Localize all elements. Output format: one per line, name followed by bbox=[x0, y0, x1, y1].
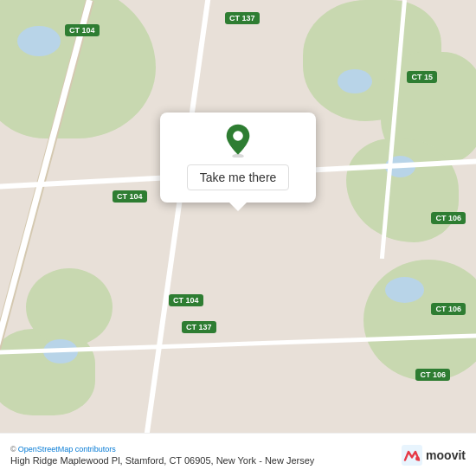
route-badge-ct106-lower: CT 106 bbox=[431, 303, 466, 315]
address-section: © OpenStreetMap contributors High Ridge … bbox=[10, 445, 314, 466]
water-area bbox=[338, 69, 372, 93]
route-badge-ct104-top-left: CT 104 bbox=[65, 24, 100, 36]
svg-point-1 bbox=[233, 131, 243, 141]
route-badge-ct106-bottom: CT 106 bbox=[415, 369, 450, 381]
bottom-bar: © OpenStreetMap contributors High Ridge … bbox=[0, 433, 476, 476]
moovit-icon bbox=[402, 445, 422, 466]
address-text: High Ridge Maplewood Pl, Stamford, CT 06… bbox=[10, 455, 314, 466]
forest-area bbox=[26, 268, 113, 346]
svg-point-3 bbox=[415, 456, 420, 460]
svg-rect-2 bbox=[402, 445, 422, 466]
copyright-row: © OpenStreetMap contributors bbox=[10, 445, 314, 453]
water-area bbox=[17, 26, 61, 56]
water-area bbox=[385, 277, 424, 303]
location-popup: Take me there bbox=[160, 113, 316, 203]
route-badge-ct104-lower: CT 104 bbox=[169, 294, 203, 306]
route-badge-ct137-bottom: CT 137 bbox=[182, 321, 216, 333]
forest-area bbox=[0, 0, 156, 138]
map-container: CT 104 CT 137 CT 15 CT 104 CT 106 CT 104… bbox=[0, 0, 476, 433]
route-badge-ct137-top: CT 137 bbox=[225, 12, 260, 24]
route-badge-ct104-mid: CT 104 bbox=[113, 190, 147, 203]
osm-attribution: OpenStreetMap contributors bbox=[18, 445, 116, 453]
route-badge-ct15: CT 15 bbox=[407, 71, 437, 83]
location-pin-icon bbox=[221, 123, 255, 158]
moovit-logo: moovit bbox=[402, 445, 466, 466]
route-badge-ct106-mid: CT 106 bbox=[431, 212, 466, 224]
moovit-label: moovit bbox=[426, 448, 466, 462]
take-me-there-button[interactable]: Take me there bbox=[187, 164, 290, 190]
copyright-symbol: © bbox=[10, 445, 16, 453]
